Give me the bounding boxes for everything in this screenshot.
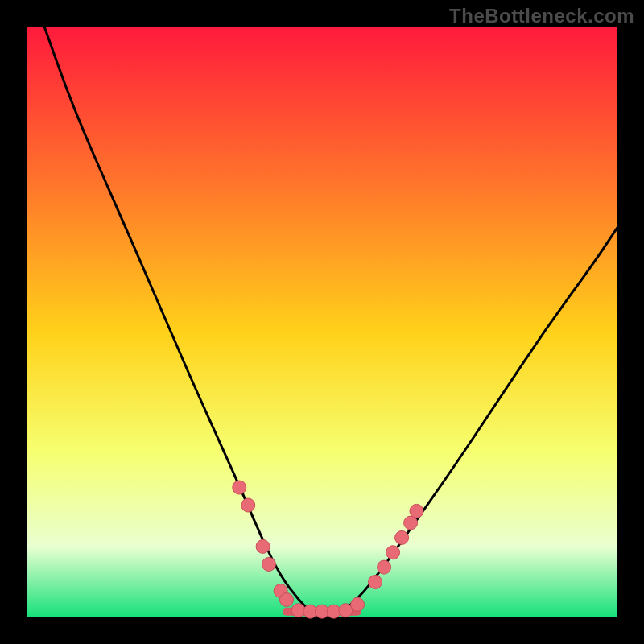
curve-marker [233, 481, 246, 494]
plot-background [27, 27, 617, 617]
curve-marker [386, 546, 400, 559]
curve-marker [279, 592, 293, 606]
curve-marker [369, 575, 382, 588]
curve-marker [410, 504, 423, 518]
curve-marker [378, 560, 391, 574]
curve-marker [351, 597, 365, 611]
curve-marker [262, 557, 275, 571]
watermark-text: TheBottleneck.com [449, 5, 634, 27]
bottleneck-chart [0, 0, 644, 644]
curve-marker [256, 539, 270, 553]
curve-marker [242, 498, 255, 512]
curve-marker [395, 530, 409, 544]
chart-frame: TheBottleneck.com [0, 0, 644, 644]
